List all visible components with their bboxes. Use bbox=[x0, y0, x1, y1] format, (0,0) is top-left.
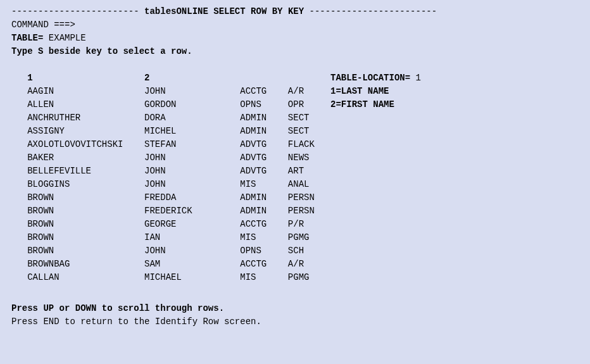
table-row[interactable]: BROWNFREDDAADMINPERSN bbox=[11, 191, 579, 204]
cell-last-name: BELLEFEVILLE bbox=[27, 165, 144, 178]
cell-first-name: FREDDA bbox=[144, 191, 240, 204]
cell-first-name: JOHN bbox=[144, 85, 240, 98]
scroll-hint: Press UP or DOWN to scroll through rows. bbox=[11, 302, 579, 315]
title-text: tablesONLINE SELECT ROW BY KEY bbox=[144, 6, 304, 16]
cell-first-name: IAN bbox=[144, 231, 240, 244]
cell-job: SECT bbox=[288, 111, 330, 125]
cell-first-name: GEORGE bbox=[144, 218, 240, 231]
table-row[interactable]: BELLEFEVILLEJOHNADVTGART bbox=[11, 165, 579, 178]
cell-first-name: MICHEL bbox=[144, 125, 240, 138]
table-row[interactable]: BROWNBAGSAMACCTGA/R bbox=[11, 258, 579, 271]
cell-dept: OPNS bbox=[240, 244, 288, 258]
cell-first-name: JOHN bbox=[144, 244, 240, 258]
cell-job: NEWS bbox=[288, 151, 330, 165]
title-line: ------------------------ tablesONLINE SE… bbox=[11, 5, 579, 18]
cell-last-name: ASSIGNY bbox=[27, 125, 144, 138]
table-location-label: TABLE-LOCATION= bbox=[330, 73, 410, 83]
cell-dept: ADVTG bbox=[240, 165, 288, 178]
table-row[interactable]: BROWNGEORGEACCTGP/R bbox=[11, 218, 579, 231]
cell-job: ANAL bbox=[288, 178, 330, 191]
cell-first-name: SAM bbox=[144, 258, 240, 271]
table-row[interactable]: CALLANMICHAELMISPGMG bbox=[11, 271, 579, 284]
cell-dept: ACCTG bbox=[240, 258, 288, 271]
cell-first-name: GORDON bbox=[144, 98, 240, 111]
cell-dept: ADVTG bbox=[240, 151, 288, 165]
cell-job: PERSN bbox=[288, 191, 330, 204]
cell-dept: ADMIN bbox=[240, 204, 288, 218]
cell-last-name: BROWN bbox=[27, 231, 144, 244]
cell-job: PGMG bbox=[288, 231, 330, 244]
cell-job: A/R bbox=[288, 85, 330, 98]
cell-dept: ADVTG bbox=[240, 138, 288, 151]
cell-last-name: BROWNBAG bbox=[27, 258, 144, 271]
cell-job: OPR bbox=[288, 98, 330, 111]
cell-first-name: JOHN bbox=[144, 165, 240, 178]
cell-last-name: BAKER bbox=[27, 151, 144, 165]
column-header-row: 12TABLE-LOCATION= 1 bbox=[11, 72, 579, 85]
cell-job: PGMG bbox=[288, 271, 330, 284]
cell-last-name: BLOGGINS bbox=[27, 178, 144, 191]
cell-dept: MIS bbox=[240, 271, 288, 284]
cell-last-name: BROWN bbox=[27, 191, 144, 204]
cell-last-name: AXOLOTLOVOVITCHSKI bbox=[27, 138, 144, 151]
cell-first-name: DORA bbox=[144, 111, 240, 125]
return-hint: Press END to return to the Identify Row … bbox=[11, 315, 579, 329]
cell-last-name: BROWN bbox=[27, 218, 144, 231]
cell-dept: ADMIN bbox=[240, 125, 288, 138]
table-location-value: 1 bbox=[410, 73, 421, 83]
cell-dept: OPNS bbox=[240, 98, 288, 111]
cell-dept: ADMIN bbox=[240, 111, 288, 125]
cell-job: A/R bbox=[288, 258, 330, 271]
cell-first-name: JOHN bbox=[144, 178, 240, 191]
cell-job: FLACK bbox=[288, 138, 330, 151]
cell-last-name: BROWN bbox=[27, 204, 144, 218]
cell-first-name: FREDERICK bbox=[144, 204, 240, 218]
table-line: TABLE= EXAMPLE bbox=[11, 32, 579, 45]
table-row[interactable]: ALLENGORDONOPNSOPR2=FIRST NAME bbox=[11, 98, 579, 111]
cell-first-name: MICHAEL bbox=[144, 271, 240, 284]
cell-job: P/R bbox=[288, 218, 330, 231]
cell-first-name: STEFAN bbox=[144, 138, 240, 151]
cell-last-name: AAGIN bbox=[27, 85, 144, 98]
table-row[interactable]: ASSIGNYMICHELADMINSECT bbox=[11, 125, 579, 138]
cell-dept: ACCTG bbox=[240, 85, 288, 98]
command-label: COMMAND ===> bbox=[11, 20, 75, 30]
cell-last-name: CALLAN bbox=[27, 271, 144, 284]
cell-job: PERSN bbox=[288, 204, 330, 218]
cell-dept: ADMIN bbox=[240, 191, 288, 204]
title-dash-left: ------------------------ bbox=[11, 6, 144, 16]
cell-dept: ACCTG bbox=[240, 218, 288, 231]
cell-last-name: ALLEN bbox=[27, 98, 144, 111]
table-label: TABLE= bbox=[11, 33, 43, 43]
table-row[interactable]: BROWNFREDERICKADMINPERSN bbox=[11, 204, 579, 218]
col1-header: 1 bbox=[27, 72, 144, 85]
cell-last-name: ANCHRUTHER bbox=[27, 111, 144, 125]
table-row[interactable]: AXOLOTLOVOVITCHSKISTEFANADVTGFLACK bbox=[11, 138, 579, 151]
table-row[interactable]: AAGINJOHNACCTGA/R1=LAST NAME bbox=[11, 85, 579, 98]
table-row[interactable]: BLOGGINSJOHNMISANAL bbox=[11, 178, 579, 191]
cell-job: ART bbox=[288, 165, 330, 178]
cell-last-name: BROWN bbox=[27, 244, 144, 258]
key-legend-2: 2=FIRST NAME bbox=[330, 98, 394, 111]
col2-header: 2 bbox=[144, 72, 240, 85]
table-value: EXAMPLE bbox=[43, 33, 85, 43]
table-row[interactable]: BROWNJOHNOPNSSCH bbox=[11, 244, 579, 258]
table-row[interactable]: BAKERJOHNADVTGNEWS bbox=[11, 151, 579, 165]
table-row[interactable]: BROWNIANMISPGMG bbox=[11, 231, 579, 244]
table-row[interactable]: ANCHRUTHERDORAADMINSECT bbox=[11, 111, 579, 125]
key-legend-1: 1=LAST NAME bbox=[330, 85, 389, 98]
command-line[interactable]: COMMAND ===> bbox=[11, 18, 579, 32]
cell-first-name: JOHN bbox=[144, 151, 240, 165]
cell-job: SCH bbox=[288, 244, 330, 258]
cell-dept: MIS bbox=[240, 178, 288, 191]
title-dash-right: ------------------------ bbox=[304, 6, 437, 16]
table-rows: AAGINJOHNACCTGA/R1=LAST NAMEALLENGORDONO… bbox=[11, 85, 579, 284]
type-instruction: Type S beside key to select a row. bbox=[11, 45, 579, 58]
cell-dept: MIS bbox=[240, 231, 288, 244]
cell-job: SECT bbox=[288, 125, 330, 138]
